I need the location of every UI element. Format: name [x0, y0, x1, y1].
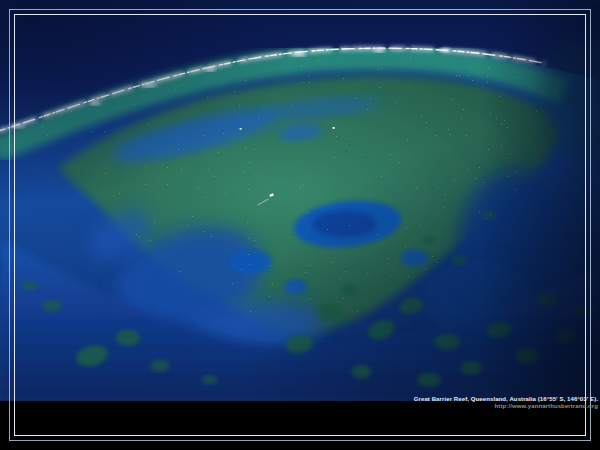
- reef-photo: [0, 0, 600, 401]
- desktop-wallpaper: Great Barrier Reef, Queensland, Australi…: [0, 0, 600, 450]
- boat-speck-icon: [332, 127, 334, 129]
- photo-caption: Great Barrier Reef, Queensland, Australi…: [414, 396, 598, 410]
- caption-url: http://www.yannarthusbertrand.org: [414, 403, 598, 410]
- topleft-vignette: [0, 0, 600, 400]
- reef-photo-art: [0, 0, 600, 401]
- boat-speck2-icon: [240, 128, 242, 129]
- caption-location: Great Barrier Reef, Queensland, Australi…: [414, 396, 598, 403]
